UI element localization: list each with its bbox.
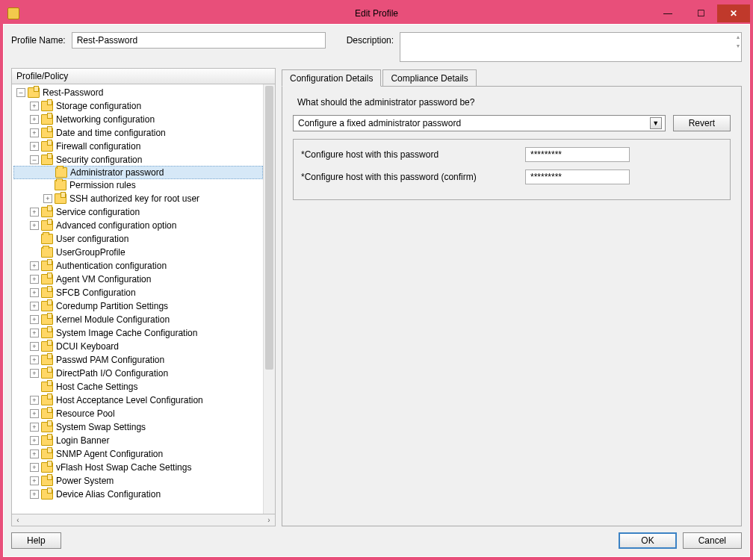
- spinner-icon: ▴▾: [737, 34, 740, 49]
- tab-compliance-details[interactable]: Compliance Details: [382, 69, 476, 87]
- tree-item[interactable]: +SNMP Agent Configuration: [13, 447, 263, 461]
- tree-item[interactable]: +Host Acceptance Level Configuration: [13, 393, 263, 407]
- tree-item-label: Storage configuration: [56, 101, 141, 111]
- expander-icon[interactable]: +: [30, 355, 39, 364]
- tree-item-label: Permission rules: [69, 180, 136, 190]
- expander-icon[interactable]: +: [30, 396, 39, 405]
- tree-item-ssh-key[interactable]: +SSH authorized key for root user: [13, 192, 263, 205]
- tree-item-label: SSH authorized key for root user: [69, 193, 199, 204]
- scroll-right-icon[interactable]: ›: [263, 516, 275, 524]
- expander-icon[interactable]: +: [30, 315, 39, 324]
- tree-item[interactable]: +Networking configuration: [13, 113, 263, 126]
- expander-icon[interactable]: +: [30, 423, 39, 432]
- expander-icon[interactable]: +: [30, 142, 39, 151]
- tree-item[interactable]: +vFlash Host Swap Cache Settings: [13, 461, 263, 474]
- tree-item[interactable]: UserGroupProfile: [13, 246, 263, 259]
- maximize-button[interactable]: ☐: [684, 4, 717, 22]
- minimize-button[interactable]: —: [651, 4, 684, 22]
- tree-item-label: Kernel Module Configuration: [56, 314, 170, 325]
- tab-configuration-details[interactable]: Configuration Details: [282, 69, 381, 87]
- expander-icon[interactable]: +: [30, 476, 39, 485]
- tree-item[interactable]: +Firewall configuration: [13, 140, 263, 153]
- profile-icon: [41, 207, 53, 217]
- scroll-left-icon[interactable]: ‹: [12, 516, 24, 524]
- tree-item-label: System Swap Settings: [56, 422, 146, 432]
- dropdown-value: Configure a fixed administrator password: [298, 118, 461, 128]
- tree-item[interactable]: +SFCB Configuration: [13, 286, 263, 299]
- expander-icon[interactable]: +: [30, 261, 39, 270]
- expander-icon[interactable]: +: [43, 194, 52, 203]
- help-button[interactable]: Help: [11, 532, 61, 549]
- tree-item-label: SFCB Configuration: [56, 287, 136, 298]
- expander-icon[interactable]: +: [30, 329, 39, 337]
- expander-icon[interactable]: +: [30, 449, 39, 458]
- tree-item[interactable]: +Login Banner: [13, 434, 263, 447]
- expander-icon[interactable]: +: [30, 342, 39, 351]
- expander-icon[interactable]: +: [30, 221, 39, 230]
- window: Edit Profile — ☐ ✕ Profile Name: Descrip…: [3, 3, 750, 557]
- profile-name-input[interactable]: [72, 32, 326, 49]
- tree-item[interactable]: User configuration: [13, 232, 263, 246]
- expander-icon[interactable]: +: [30, 463, 39, 472]
- tree-root[interactable]: –Rest-Password: [13, 86, 263, 99]
- expander-icon[interactable]: +: [30, 275, 39, 284]
- tree-item-label: Power System: [56, 476, 114, 486]
- titlebar[interactable]: Edit Profile — ☐ ✕: [3, 3, 750, 24]
- tree-scrollbar[interactable]: [263, 84, 275, 514]
- tree-item[interactable]: +Storage configuration: [13, 99, 263, 113]
- tree-item-permission-rules[interactable]: Permission rules: [13, 178, 263, 192]
- expander-icon[interactable]: +: [30, 115, 39, 124]
- tree-item[interactable]: +Service configuration: [13, 205, 263, 219]
- tree-item[interactable]: +Coredump Partition Settings: [13, 299, 263, 313]
- expander-icon[interactable]: +: [30, 302, 39, 311]
- tree-item-label: Passwd PAM Configuration: [56, 355, 164, 365]
- scrollbar-thumb[interactable]: [265, 86, 273, 370]
- ok-button[interactable]: OK: [619, 532, 676, 549]
- tree-item[interactable]: +Resource Pool: [13, 407, 263, 420]
- tree[interactable]: –Rest-Password+Storage configuration+Net…: [12, 84, 263, 514]
- expander-icon[interactable]: +: [30, 490, 39, 499]
- expander-icon[interactable]: +: [30, 102, 39, 111]
- tree-item[interactable]: +System Swap Settings: [13, 420, 263, 434]
- tree-item[interactable]: +Agent VM Configuration: [13, 273, 263, 286]
- window-controls: — ☐ ✕: [651, 4, 750, 22]
- expander-icon[interactable]: +: [30, 436, 39, 445]
- description-textarea[interactable]: ▴▾: [400, 32, 742, 62]
- profile-icon: [41, 355, 53, 365]
- tree-item[interactable]: +Advanced configuration option: [13, 219, 263, 232]
- expander-icon[interactable]: +: [30, 208, 39, 217]
- tree-item[interactable]: +DirectPath I/O Configuration: [13, 367, 263, 380]
- tree-item[interactable]: +DCUI Keyboard: [13, 340, 263, 353]
- tree-item-label: Device Alias Configuration: [56, 489, 161, 500]
- password-mode-dropdown[interactable]: Configure a fixed administrator password…: [293, 115, 666, 131]
- tree-item-admin-password[interactable]: Administrator password: [13, 166, 263, 179]
- tree-item-label: Rest-Password: [43, 87, 103, 98]
- expander-icon[interactable]: +: [30, 409, 39, 418]
- tree-item[interactable]: +Power System: [13, 474, 263, 488]
- tree-item[interactable]: +Date and time configuration: [13, 126, 263, 140]
- expander-icon[interactable]: +: [30, 369, 39, 378]
- tree-item[interactable]: +System Image Cache Configuration: [13, 326, 263, 340]
- profile-icon: [55, 193, 66, 204]
- tree-item[interactable]: +Device Alias Configuration: [13, 488, 263, 501]
- revert-button[interactable]: Revert: [673, 115, 731, 131]
- expander-icon[interactable]: –: [16, 88, 25, 97]
- expander-icon[interactable]: +: [30, 288, 39, 297]
- close-button[interactable]: ✕: [717, 4, 750, 22]
- password-input[interactable]: [525, 147, 630, 162]
- tree-item-label: SNMP Agent Configuration: [56, 449, 163, 459]
- expander-icon[interactable]: –: [30, 155, 39, 164]
- password-confirm-input[interactable]: [525, 169, 630, 184]
- header-row: Profile Name: Description: ▴▾: [11, 32, 742, 62]
- profile-icon: [41, 395, 53, 405]
- profile-icon: [41, 341, 53, 352]
- tree-item[interactable]: +Passwd PAM Configuration: [13, 353, 263, 367]
- tree-item[interactable]: +Kernel Module Configuration: [13, 313, 263, 326]
- app-icon: [7, 7, 19, 19]
- tree-item[interactable]: –Security configuration: [13, 153, 263, 167]
- expander-icon[interactable]: +: [30, 128, 39, 137]
- cancel-button[interactable]: Cancel: [683, 532, 742, 549]
- tree-item[interactable]: Host Cache Settings: [13, 380, 263, 393]
- tree-horizontal-scrollbar[interactable]: ‹ ›: [11, 514, 276, 526]
- tree-item[interactable]: +Authentication configuration: [13, 259, 263, 273]
